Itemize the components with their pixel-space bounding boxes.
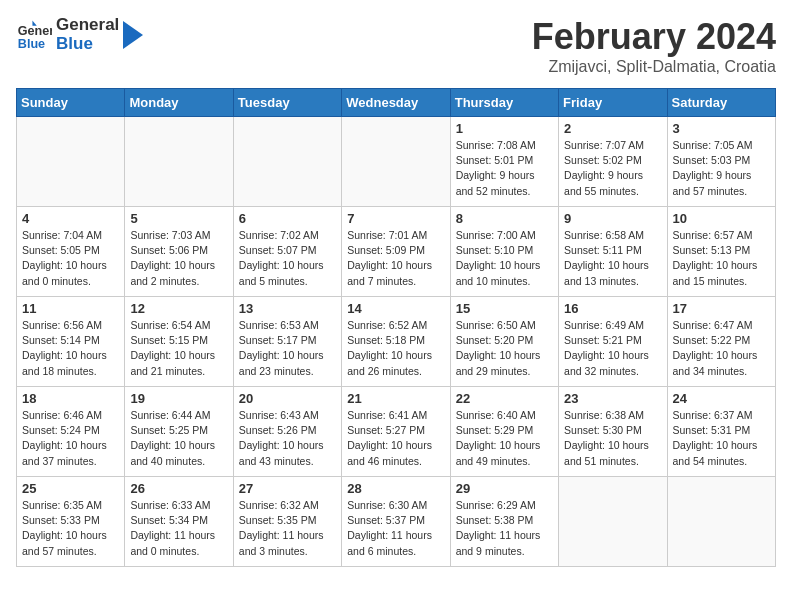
- day-info: Sunrise: 6:29 AM Sunset: 5:38 PM Dayligh…: [456, 498, 553, 559]
- day-number: 8: [456, 211, 553, 226]
- calendar-cell: 28Sunrise: 6:30 AM Sunset: 5:37 PM Dayli…: [342, 477, 450, 567]
- day-number: 2: [564, 121, 661, 136]
- day-number: 28: [347, 481, 444, 496]
- title-block: February 2024 Zmijavci, Split-Dalmatia, …: [532, 16, 776, 76]
- day-info: Sunrise: 7:01 AM Sunset: 5:09 PM Dayligh…: [347, 228, 444, 289]
- day-number: 21: [347, 391, 444, 406]
- logo: General Blue General Blue: [16, 16, 143, 53]
- calendar-cell: [233, 117, 341, 207]
- calendar-cell: 1Sunrise: 7:08 AM Sunset: 5:01 PM Daylig…: [450, 117, 558, 207]
- day-number: 7: [347, 211, 444, 226]
- day-info: Sunrise: 6:53 AM Sunset: 5:17 PM Dayligh…: [239, 318, 336, 379]
- day-info: Sunrise: 6:44 AM Sunset: 5:25 PM Dayligh…: [130, 408, 227, 469]
- calendar-week-row: 25Sunrise: 6:35 AM Sunset: 5:33 PM Dayli…: [17, 477, 776, 567]
- calendar-cell: 27Sunrise: 6:32 AM Sunset: 5:35 PM Dayli…: [233, 477, 341, 567]
- calendar-cell: 13Sunrise: 6:53 AM Sunset: 5:17 PM Dayli…: [233, 297, 341, 387]
- day-number: 3: [673, 121, 770, 136]
- day-info: Sunrise: 7:00 AM Sunset: 5:10 PM Dayligh…: [456, 228, 553, 289]
- day-number: 26: [130, 481, 227, 496]
- day-info: Sunrise: 6:43 AM Sunset: 5:26 PM Dayligh…: [239, 408, 336, 469]
- calendar-cell: 26Sunrise: 6:33 AM Sunset: 5:34 PM Dayli…: [125, 477, 233, 567]
- calendar-table: SundayMondayTuesdayWednesdayThursdayFrid…: [16, 88, 776, 567]
- weekday-header-saturday: Saturday: [667, 89, 775, 117]
- day-number: 9: [564, 211, 661, 226]
- calendar-cell: 9Sunrise: 6:58 AM Sunset: 5:11 PM Daylig…: [559, 207, 667, 297]
- calendar-cell: 20Sunrise: 6:43 AM Sunset: 5:26 PM Dayli…: [233, 387, 341, 477]
- weekday-header-tuesday: Tuesday: [233, 89, 341, 117]
- day-info: Sunrise: 7:08 AM Sunset: 5:01 PM Dayligh…: [456, 138, 553, 199]
- day-number: 16: [564, 301, 661, 316]
- day-info: Sunrise: 6:58 AM Sunset: 5:11 PM Dayligh…: [564, 228, 661, 289]
- day-info: Sunrise: 6:47 AM Sunset: 5:22 PM Dayligh…: [673, 318, 770, 379]
- calendar-cell: 7Sunrise: 7:01 AM Sunset: 5:09 PM Daylig…: [342, 207, 450, 297]
- day-number: 24: [673, 391, 770, 406]
- day-number: 27: [239, 481, 336, 496]
- svg-marker-3: [123, 21, 143, 49]
- day-info: Sunrise: 6:41 AM Sunset: 5:27 PM Dayligh…: [347, 408, 444, 469]
- calendar-cell: 15Sunrise: 6:50 AM Sunset: 5:20 PM Dayli…: [450, 297, 558, 387]
- day-info: Sunrise: 7:04 AM Sunset: 5:05 PM Dayligh…: [22, 228, 119, 289]
- calendar-week-row: 18Sunrise: 6:46 AM Sunset: 5:24 PM Dayli…: [17, 387, 776, 477]
- day-info: Sunrise: 6:54 AM Sunset: 5:15 PM Dayligh…: [130, 318, 227, 379]
- weekday-header-sunday: Sunday: [17, 89, 125, 117]
- calendar-cell: 18Sunrise: 6:46 AM Sunset: 5:24 PM Dayli…: [17, 387, 125, 477]
- calendar-cell: 5Sunrise: 7:03 AM Sunset: 5:06 PM Daylig…: [125, 207, 233, 297]
- page-header: General Blue General Blue February 2024 …: [16, 16, 776, 76]
- calendar-cell: 12Sunrise: 6:54 AM Sunset: 5:15 PM Dayli…: [125, 297, 233, 387]
- day-info: Sunrise: 6:50 AM Sunset: 5:20 PM Dayligh…: [456, 318, 553, 379]
- calendar-cell: 23Sunrise: 6:38 AM Sunset: 5:30 PM Dayli…: [559, 387, 667, 477]
- logo-arrow-icon: [123, 21, 143, 49]
- day-number: 18: [22, 391, 119, 406]
- calendar-cell: 11Sunrise: 6:56 AM Sunset: 5:14 PM Dayli…: [17, 297, 125, 387]
- day-info: Sunrise: 6:35 AM Sunset: 5:33 PM Dayligh…: [22, 498, 119, 559]
- calendar-title: February 2024: [532, 16, 776, 58]
- weekday-header-thursday: Thursday: [450, 89, 558, 117]
- day-number: 15: [456, 301, 553, 316]
- weekday-header-friday: Friday: [559, 89, 667, 117]
- day-info: Sunrise: 7:03 AM Sunset: 5:06 PM Dayligh…: [130, 228, 227, 289]
- day-number: 1: [456, 121, 553, 136]
- calendar-cell: 21Sunrise: 6:41 AM Sunset: 5:27 PM Dayli…: [342, 387, 450, 477]
- day-info: Sunrise: 6:56 AM Sunset: 5:14 PM Dayligh…: [22, 318, 119, 379]
- calendar-cell: 14Sunrise: 6:52 AM Sunset: 5:18 PM Dayli…: [342, 297, 450, 387]
- calendar-cell: 16Sunrise: 6:49 AM Sunset: 5:21 PM Dayli…: [559, 297, 667, 387]
- calendar-week-row: 1Sunrise: 7:08 AM Sunset: 5:01 PM Daylig…: [17, 117, 776, 207]
- day-number: 17: [673, 301, 770, 316]
- weekday-header-monday: Monday: [125, 89, 233, 117]
- day-info: Sunrise: 6:57 AM Sunset: 5:13 PM Dayligh…: [673, 228, 770, 289]
- calendar-cell: 25Sunrise: 6:35 AM Sunset: 5:33 PM Dayli…: [17, 477, 125, 567]
- day-info: Sunrise: 6:46 AM Sunset: 5:24 PM Dayligh…: [22, 408, 119, 469]
- calendar-cell: 2Sunrise: 7:07 AM Sunset: 5:02 PM Daylig…: [559, 117, 667, 207]
- calendar-subtitle: Zmijavci, Split-Dalmatia, Croatia: [532, 58, 776, 76]
- weekday-header-row: SundayMondayTuesdayWednesdayThursdayFrid…: [17, 89, 776, 117]
- calendar-cell: [125, 117, 233, 207]
- day-number: 6: [239, 211, 336, 226]
- day-number: 25: [22, 481, 119, 496]
- day-info: Sunrise: 7:07 AM Sunset: 5:02 PM Dayligh…: [564, 138, 661, 199]
- day-info: Sunrise: 6:32 AM Sunset: 5:35 PM Dayligh…: [239, 498, 336, 559]
- day-info: Sunrise: 6:52 AM Sunset: 5:18 PM Dayligh…: [347, 318, 444, 379]
- day-number: 23: [564, 391, 661, 406]
- day-info: Sunrise: 6:30 AM Sunset: 5:37 PM Dayligh…: [347, 498, 444, 559]
- day-number: 4: [22, 211, 119, 226]
- day-number: 22: [456, 391, 553, 406]
- day-info: Sunrise: 6:33 AM Sunset: 5:34 PM Dayligh…: [130, 498, 227, 559]
- day-number: 14: [347, 301, 444, 316]
- day-info: Sunrise: 6:38 AM Sunset: 5:30 PM Dayligh…: [564, 408, 661, 469]
- calendar-cell: 3Sunrise: 7:05 AM Sunset: 5:03 PM Daylig…: [667, 117, 775, 207]
- calendar-week-row: 11Sunrise: 6:56 AM Sunset: 5:14 PM Dayli…: [17, 297, 776, 387]
- calendar-cell: [559, 477, 667, 567]
- logo-blue: Blue: [56, 35, 119, 54]
- logo-icon: General Blue: [16, 17, 52, 53]
- calendar-week-row: 4Sunrise: 7:04 AM Sunset: 5:05 PM Daylig…: [17, 207, 776, 297]
- day-number: 11: [22, 301, 119, 316]
- day-number: 19: [130, 391, 227, 406]
- logo-general: General: [56, 16, 119, 35]
- calendar-cell: 8Sunrise: 7:00 AM Sunset: 5:10 PM Daylig…: [450, 207, 558, 297]
- calendar-cell: 19Sunrise: 6:44 AM Sunset: 5:25 PM Dayli…: [125, 387, 233, 477]
- day-info: Sunrise: 7:02 AM Sunset: 5:07 PM Dayligh…: [239, 228, 336, 289]
- calendar-cell: 22Sunrise: 6:40 AM Sunset: 5:29 PM Dayli…: [450, 387, 558, 477]
- day-number: 12: [130, 301, 227, 316]
- calendar-cell: 24Sunrise: 6:37 AM Sunset: 5:31 PM Dayli…: [667, 387, 775, 477]
- day-info: Sunrise: 6:40 AM Sunset: 5:29 PM Dayligh…: [456, 408, 553, 469]
